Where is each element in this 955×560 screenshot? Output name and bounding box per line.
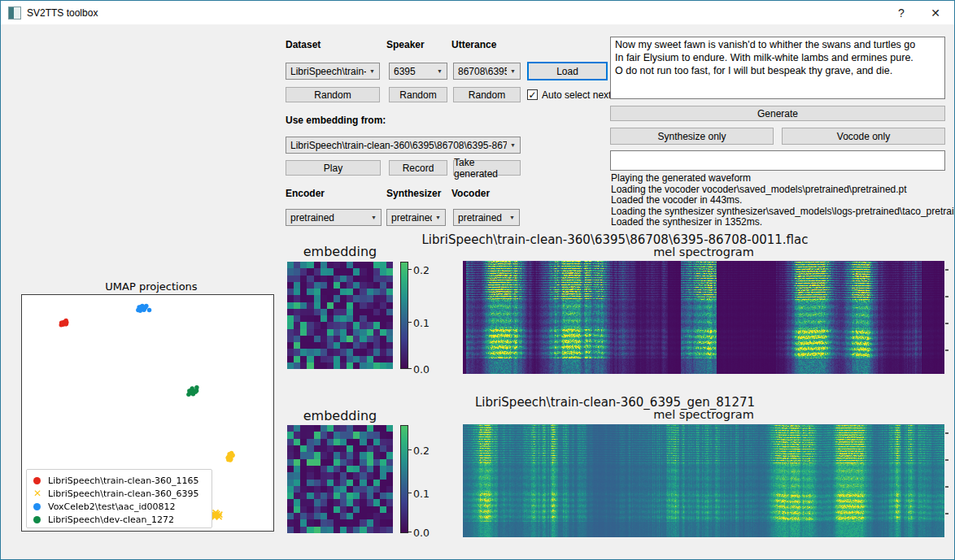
auto-select-label: Auto select next — [542, 89, 611, 101]
blue-dot-marker — [33, 503, 41, 510]
dataset-label: Dataset — [286, 39, 321, 50]
axis-ticks — [945, 432, 948, 537]
log-line: Playing the generated waveform — [611, 173, 953, 184]
close-icon: ✕ — [931, 7, 940, 20]
check-icon: ✓ — [528, 91, 536, 99]
random-dataset-button[interactable]: Random — [286, 87, 380, 102]
legend-item: LibriSpeech\dev-clean_1272 — [27, 513, 211, 526]
x-marker: ✕ — [27, 489, 48, 497]
log-line: Loading the synthesizer synthesizer\save… — [611, 206, 953, 218]
legend-label: LibriSpeech\train-clean-360_1165 — [48, 475, 199, 486]
mel-spectrogram — [463, 424, 944, 537]
umap-legend: LibriSpeech\train-clean-360_1165 ✕ Libri… — [26, 469, 212, 528]
colorbar-tick: 0.2 — [413, 445, 430, 457]
red-dot-marker — [33, 477, 41, 484]
record-button[interactable]: Record — [389, 160, 447, 176]
spectrogram-title: mel spectrogram — [463, 245, 944, 258]
speaker-label: Speaker — [386, 39, 425, 50]
vocode-only-button[interactable]: Vocode only — [782, 128, 945, 145]
text-input[interactable]: Now my sweet fawn is vanish'd to whither… — [610, 37, 945, 99]
utterance-select[interactable]: 86708\6395 ▼ — [453, 63, 521, 80]
dataset-select[interactable]: LibriSpeech\train-cle ▼ — [286, 63, 380, 80]
log-line: Loading the vocoder vocoder\saved_models… — [611, 184, 953, 196]
seed-field[interactable] — [610, 150, 945, 171]
dataset-value: LibriSpeech\train-cle — [290, 66, 366, 77]
generate-button[interactable]: Generate — [610, 106, 945, 121]
vocoder-select[interactable]: pretrained ▼ — [453, 209, 520, 226]
speaker-value: 6395 — [394, 66, 416, 77]
load-button[interactable]: Load — [527, 62, 608, 80]
app-icon — [8, 7, 21, 20]
window-title: SV2TTS toolbox — [27, 7, 98, 19]
random-utterance-button[interactable]: Random — [453, 87, 521, 102]
encoder-select[interactable]: pretrained ▼ — [286, 209, 382, 226]
close-button[interactable]: ✕ — [923, 4, 948, 22]
synthesizer-select[interactable]: pretrained ▼ — [386, 209, 446, 226]
embedding-source-value: LibriSpeech\train-clean-360\6395\86708\6… — [290, 140, 507, 151]
app-window: SV2TTS toolbox ? ✕ Dataset Speaker Utter… — [0, 0, 955, 560]
log-line: Loaded the vocoder in 443ms. — [611, 195, 953, 206]
vocoder-value: pretrained — [458, 212, 502, 224]
help-button[interactable]: ? — [889, 4, 914, 22]
utterance-label: Utterance — [451, 39, 496, 50]
random-speaker-button[interactable]: Random — [389, 87, 447, 102]
spectrogram-title: mel spectrogram — [463, 408, 944, 421]
colorbar-tick: 0.0 — [413, 363, 430, 376]
synthesize-only-button[interactable]: Synthesize only — [610, 128, 774, 145]
legend-label: LibriSpeech\train-clean-360_6395 — [48, 488, 199, 499]
title-bar: SV2TTS toolbox ? ✕ — [1, 1, 954, 24]
encoder-label: Encoder — [286, 188, 325, 199]
embedding-heatmap — [287, 425, 393, 533]
chevron-down-icon: ▼ — [510, 68, 516, 74]
umap-title: UMAP projections — [33, 280, 269, 293]
chevron-down-icon: ▼ — [435, 215, 441, 220]
chevron-down-icon: ▼ — [509, 215, 515, 220]
utterance-value: 86708\6395 — [458, 66, 507, 77]
synthesizer-label: Synthesizer — [386, 188, 441, 199]
vocoder-label: Vocoder — [451, 188, 490, 199]
legend-label: LibriSpeech\dev-clean_1272 — [48, 514, 174, 525]
log-output: Playing the generated waveform Loading t… — [611, 173, 953, 228]
colorbar — [400, 262, 408, 369]
legend-item: LibriSpeech\train-clean-360_1165 — [27, 474, 211, 487]
auto-select-checkbox[interactable]: ✓ — [527, 89, 538, 100]
colorbar-tick: 0.0 — [413, 527, 430, 539]
embedding-source-select[interactable]: LibriSpeech\train-clean-360\6395\86708\6… — [286, 137, 521, 154]
embedding-heatmap — [287, 262, 393, 369]
colorbar-tick: 0.2 — [413, 264, 430, 276]
log-line: Loaded the synthesizer in 1352ms. — [611, 217, 953, 228]
synthesizer-value: pretrained — [391, 212, 432, 224]
help-icon: ? — [898, 7, 905, 20]
colorbar-tick: 0.1 — [413, 488, 430, 500]
embedding-title: embedding — [287, 408, 393, 423]
use-embedding-label: Use embedding from: — [286, 115, 386, 126]
axis-ticks — [945, 269, 948, 374]
legend-label: VoxCeleb2\test\aac_id00812 — [48, 501, 175, 512]
chevron-down-icon: ▼ — [437, 68, 443, 74]
colorbar-tick: 0.1 — [413, 317, 430, 329]
chevron-down-icon: ▼ — [371, 215, 377, 220]
take-generated-button[interactable]: Take generated — [453, 160, 521, 176]
play-button[interactable]: Play — [286, 160, 381, 176]
chevron-down-icon: ▼ — [369, 68, 375, 74]
chevron-down-icon: ▼ — [510, 142, 516, 148]
encoder-value: pretrained — [290, 212, 334, 224]
speaker-select[interactable]: 6395 ▼ — [389, 63, 447, 80]
mel-spectrogram — [463, 261, 944, 374]
colorbar — [400, 425, 408, 533]
green-dot-marker — [33, 516, 41, 523]
legend-item: VoxCeleb2\test\aac_id00812 — [27, 500, 211, 513]
legend-item: ✕ LibriSpeech\train-clean-360_6395 — [27, 487, 211, 500]
